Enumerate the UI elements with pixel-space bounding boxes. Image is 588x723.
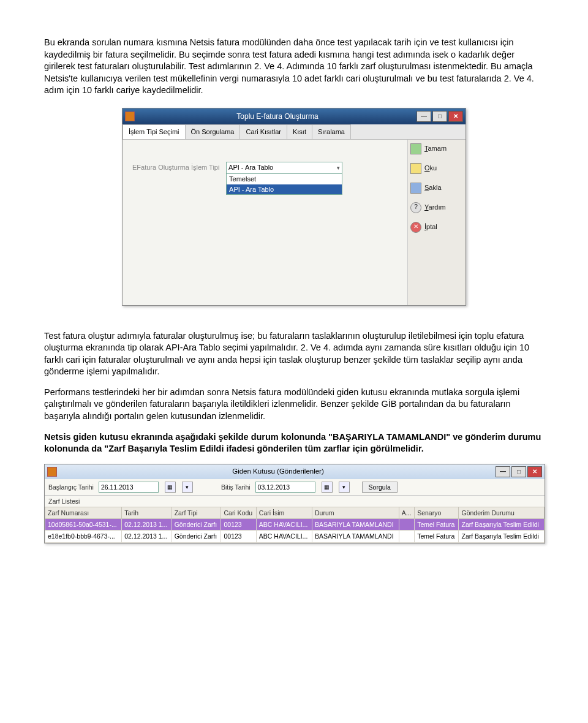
col-zarf-no[interactable]: Zarf Numarası — [45, 507, 122, 519]
tab-kisit[interactable]: Kısıt — [287, 124, 312, 139]
cell: e18e1fb0-bbb9-4673-... — [45, 531, 122, 542]
cell: Gönderici Zarfı — [172, 519, 221, 531]
cell — [399, 519, 414, 531]
close-button[interactable]: ✕ — [527, 466, 542, 477]
end-date-input[interactable]: 03.12.2013 — [255, 482, 315, 493]
combo-option-temelset[interactable]: Temelset — [227, 174, 342, 184]
window-titlebar: Giden Kutusu (Gönderilenler) — □ ✕ — [45, 464, 545, 479]
table-row[interactable]: 10d05861-50a0-4531-...02.12.2013 1...Gön… — [45, 519, 545, 531]
table-row[interactable]: e18e1fb0-bbb9-4673-...02.12.2013 1...Gön… — [45, 531, 545, 542]
iptal-button[interactable]: ✕ İptal — [410, 222, 463, 233]
cell: BASARIYLA TAMAMLANDI — [312, 519, 399, 531]
cell: Gönderici Zarfı — [172, 531, 221, 542]
cell: Temel Fatura — [415, 531, 459, 542]
oku-button[interactable]: Oku — [410, 163, 463, 174]
start-date-label: Başlangıç Tarihi — [48, 483, 94, 491]
cell: Temel Fatura — [415, 519, 459, 531]
col-tarih[interactable]: Tarih — [122, 507, 172, 519]
window-titlebar: Toplu E-fatura Oluşturma — □ ✕ — [123, 108, 466, 124]
tab-cari-kisitlar[interactable]: Cari Kısıtlar — [239, 124, 287, 139]
cell — [399, 531, 414, 542]
sorgula-button[interactable]: Sorgula — [362, 482, 398, 493]
islem-tipi-combo[interactable]: API - Ara Tablo ▾ — [226, 162, 342, 174]
maximize-button[interactable]: □ — [511, 466, 526, 477]
maximize-button[interactable]: □ — [432, 111, 447, 122]
cell: BASARIYLA TAMAMLANDI — [312, 531, 399, 542]
close-button[interactable]: ✕ — [448, 111, 463, 122]
combo-dropdown-list: Temelset API - Ara Tablo — [226, 174, 342, 195]
filter-bar: Başlangıç Tarihi 26.11.2013 ▦ ▾ Bitiş Ta… — [45, 479, 545, 496]
col-gonderim-durumu[interactable]: Gönderim Durumu — [459, 507, 545, 519]
paragraph-4: Netsis giden kutusu ekranında aşağıdaki … — [44, 431, 544, 455]
combo-option-api-ara-tablo[interactable]: API - Ara Tablo — [227, 184, 342, 195]
cell: 02.12.2013 1... — [122, 519, 172, 531]
combo-value: API - Ara Tablo — [228, 163, 273, 172]
col-senaryo[interactable]: Senaryo — [415, 507, 459, 519]
tab-siralama[interactable]: Sıralama — [312, 124, 351, 139]
outbox-grid: Zarf Numarası Tarih Zarf Tipi Cari Kodu … — [45, 507, 545, 543]
col-cari-isim[interactable]: Cari İsim — [256, 507, 312, 519]
col-a[interactable]: A... — [399, 507, 414, 519]
cell: Zarf Başarıyla Teslim Edildi — [459, 531, 545, 542]
cell: 00123 — [221, 519, 256, 531]
sakla-button[interactable]: Sakla — [410, 183, 463, 194]
col-zarf-tipi[interactable]: Zarf Tipi — [172, 507, 221, 519]
app-icon — [47, 467, 57, 477]
tamam-button[interactable]: Tamam — [410, 143, 463, 154]
outbox-window: Giden Kutusu (Gönderilenler) — □ ✕ Başla… — [44, 464, 545, 543]
end-date-label: Bitiş Tarihi — [221, 483, 251, 491]
open-icon — [410, 163, 421, 174]
tab-islem-tipi[interactable]: İşlem Tipi Seçimi — [123, 124, 186, 139]
start-date-input[interactable]: 26.11.2013 — [99, 482, 159, 493]
yardim-button[interactable]: ? Yardım — [410, 202, 463, 213]
date-dropdown-icon[interactable]: ▾ — [339, 482, 350, 493]
calendar-icon[interactable]: ▦ — [165, 482, 176, 493]
ok-icon — [410, 143, 421, 154]
combo-label: EFatura Oluşturma İşlem Tipi — [132, 162, 224, 172]
app-icon — [125, 112, 135, 121]
cell: 00123 — [221, 531, 256, 542]
calendar-icon[interactable]: ▦ — [322, 482, 333, 493]
cell: 10d05861-50a0-4531-... — [45, 519, 122, 531]
chevron-down-icon: ▾ — [337, 164, 340, 172]
date-dropdown-icon[interactable]: ▾ — [182, 482, 193, 493]
create-einvoice-window: Toplu E-fatura Oluşturma — □ ✕ İşlem Tip… — [122, 108, 466, 306]
cell: Zarf Başarıyla Teslim Edildi — [459, 519, 545, 531]
list-title: Zarf Listesi — [45, 496, 545, 507]
cell: 02.12.2013 1... — [122, 531, 172, 542]
cancel-icon: ✕ — [410, 222, 421, 233]
save-icon — [410, 183, 421, 194]
help-icon: ? — [410, 202, 421, 213]
cell: ABC HAVACILI... — [256, 519, 312, 531]
minimize-button[interactable]: — — [417, 111, 431, 122]
window-title: Giden Kutusu (Gönderilenler) — [61, 467, 496, 477]
minimize-button[interactable]: — — [496, 466, 510, 477]
paragraph-3: Performans testlerindeki her bir adımdan… — [44, 387, 544, 423]
col-durum[interactable]: Durum — [312, 507, 399, 519]
window-title: Toplu E-fatura Oluşturma — [138, 112, 417, 121]
side-toolbar: Tamam Oku Sakla ? Yardım ✕ İptal — [407, 140, 466, 305]
cell: ABC HAVACILI... — [256, 531, 312, 542]
tabstrip: İşlem Tipi Seçimi Ön Sorgulama Cari Kısı… — [123, 124, 466, 140]
tab-on-sorgulama[interactable]: Ön Sorgulama — [185, 124, 241, 139]
paragraph-1: Bu ekranda sorulan numara kısmına Netsis… — [44, 37, 544, 97]
col-cari-kodu[interactable]: Cari Kodu — [221, 507, 256, 519]
paragraph-2: Test fatura oluştur adımıyla faturalar o… — [44, 330, 544, 378]
